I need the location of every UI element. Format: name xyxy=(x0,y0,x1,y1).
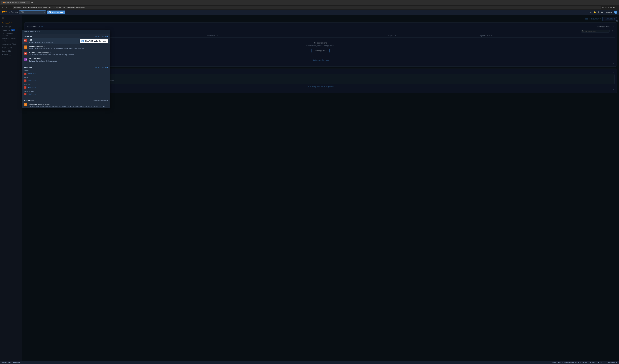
back-btn[interactable]: ← xyxy=(1,6,4,9)
feedback-btn[interactable]: Feedback xyxy=(13,362,20,363)
tab-favicon xyxy=(3,2,5,3)
search-results-label: Search results for 'IAM' xyxy=(24,31,40,33)
search-input[interactable] xyxy=(19,10,46,14)
services-section-title: Services xyxy=(24,35,32,37)
feature-groups-item[interactable]: I IAM feature xyxy=(24,72,108,75)
browser-chrome: Console Home | Console Ho... ✕ + xyxy=(0,0,619,5)
copyright-text: © 2024, Amazon Web Services, Inc. or its… xyxy=(552,362,588,363)
iam-service-info: IAM ☆ Manage access to AWS resources xyxy=(29,39,53,43)
app-mesh-name: AWS App Mesh xyxy=(29,58,41,60)
feature-policies-section: Policies I IAM feature xyxy=(22,83,110,89)
resources-section-title: Resources xyxy=(24,99,34,102)
topbar-right: ⌂ 🔔 ? ⚙ Stockholm U xyxy=(590,11,617,14)
ram-icon: RAM xyxy=(24,52,27,55)
features-section-title: Features xyxy=(24,66,32,68)
iam-identity-icon: IC xyxy=(24,45,27,49)
support-icon[interactable]: ? xyxy=(598,11,599,13)
ram-name: Resource Access Manager xyxy=(29,52,49,54)
feature-policies-icon: I xyxy=(24,86,27,89)
feature-policies-label: IAM feature xyxy=(28,86,36,88)
iam-star-icon[interactable]: ☆ xyxy=(32,39,34,41)
feature-roles-anywhere-section: Roles Anywhere I IAM feature xyxy=(22,89,110,96)
download-icon[interactable]: ↓ xyxy=(608,6,609,9)
step3-label: Click 'IAM' under Services. xyxy=(85,40,106,42)
see-all-services-link[interactable]: See all 11 results ▶ xyxy=(95,35,108,37)
bottom-bar: ⊟ CloudShell Feedback © 2024, Amazon Web… xyxy=(0,361,619,364)
iam-identity-star[interactable]: ☆ xyxy=(44,45,45,47)
introducing-resource-search-item[interactable]: R Introducing resource search Enable to … xyxy=(22,102,110,108)
step3-tooltip: 3 Click 'IAM' under Services. xyxy=(80,39,108,43)
forward-btn[interactable]: → xyxy=(5,6,8,9)
feature-groups-title: Groups xyxy=(24,70,108,71)
feature-roles-anywhere-item[interactable]: I IAM feature xyxy=(24,93,108,96)
step2-tooltip: 2 Search for 'IAM'. xyxy=(47,11,65,14)
url-text: eu-north-1.console.aws.amazon.com/consol… xyxy=(14,7,85,8)
iam-identity-center-item[interactable]: IC IAM Identity Center ☆ Manage workforc… xyxy=(22,44,110,51)
iam-identity-name: IAM Identity Center xyxy=(29,45,43,47)
tab-close-btn[interactable]: ✕ xyxy=(27,2,28,3)
feature-policies-title: Policies xyxy=(24,84,108,85)
aws-logo: AWS xyxy=(2,11,7,14)
menu-icon[interactable]: ⋮ xyxy=(616,6,618,9)
browser-nav: ← → ↻ eu-north-1.console.aws.amazon.com/… xyxy=(0,5,619,10)
step3-badge: 3 xyxy=(81,40,84,42)
search-clear-btn[interactable]: ✕ xyxy=(44,11,45,13)
cookie-link[interactable]: Cookie preferences xyxy=(604,362,618,363)
iam-service-item[interactable]: IAM IAM ☆ Manage access to AWS resources… xyxy=(22,38,110,44)
feature-roles-anywhere-icon: I xyxy=(24,93,27,95)
extensions-icon[interactable]: ⊡ xyxy=(602,6,604,9)
aws-topbar: AWS ⊞ Services ✕ 2 Search for 'IAM'. ⌂ 🔔… xyxy=(0,10,619,15)
notifications-icon[interactable]: 🔔 xyxy=(593,11,596,13)
split-icon[interactable]: ⊞ xyxy=(610,6,612,9)
resource-search-name: Introducing resource search xyxy=(29,103,105,105)
resource-search-info: Introducing resource search Enable to sh… xyxy=(29,103,105,107)
reload-btn[interactable]: ↻ xyxy=(9,6,12,9)
feature-roles-item[interactable]: I IAM feature xyxy=(24,79,108,82)
services-section-header: Services See all 11 results ▶ xyxy=(22,34,110,38)
feature-roles-anywhere-title: Roles Anywhere xyxy=(24,90,108,92)
iam-service-desc: Manage access to AWS resources xyxy=(29,41,53,43)
bookmark-icon[interactable]: ☆ xyxy=(605,6,607,9)
divider-1 xyxy=(22,64,110,64)
cloudshell-btn[interactable]: ⊟ CloudShell xyxy=(1,362,11,363)
feature-groups-label: IAM feature xyxy=(28,73,36,75)
ram-info: Resource Access Manager ☆ Share AWS reso… xyxy=(29,52,74,56)
feature-roles-label: IAM feature xyxy=(28,80,36,82)
divider-2 xyxy=(22,97,110,97)
iam-service-name: IAM xyxy=(29,39,32,41)
cloudshell-label: CloudShell xyxy=(3,362,11,363)
region-selector[interactable]: Stockholm xyxy=(605,11,612,13)
nav-icons: ⊡ ☆ ↓ ⊞ ◉ ⋮ xyxy=(602,6,618,9)
feature-policies-item[interactable]: I IAM feature xyxy=(24,86,108,89)
services-menu-btn[interactable]: ⊞ Services xyxy=(9,11,17,13)
services-label: Services xyxy=(11,11,17,13)
features-section-header: Features See all 21 results ▶ xyxy=(22,65,110,69)
ram-star[interactable]: ☆ xyxy=(50,52,51,54)
privacy-link[interactable]: Privacy xyxy=(590,362,595,363)
iam-identity-desc: Manage workforce user access to multiple… xyxy=(29,48,84,49)
step2-label: Search for 'IAM'. xyxy=(52,11,64,13)
profile-icon[interactable]: ◉ xyxy=(613,6,615,9)
user-icon[interactable]: U xyxy=(614,11,617,14)
iam-icon: IAM xyxy=(24,39,27,42)
browser-tab[interactable]: Console Home | Console Ho... ✕ xyxy=(1,1,30,4)
see-all-features-link[interactable]: See all 21 results ▶ xyxy=(95,66,108,68)
url-bar[interactable]: eu-north-1.console.aws.amazon.com/consol… xyxy=(13,6,601,9)
terminal-icon: ⊟ xyxy=(1,362,3,363)
feature-groups-icon: I xyxy=(24,73,27,75)
app-mesh-icon: AM xyxy=(24,58,27,61)
step2-badge: 2 xyxy=(48,11,51,13)
resource-search-desc: Enable to show cross-region resources fo… xyxy=(29,105,105,107)
app-mesh-info: AWS App Mesh ☆ Easily monitor and contro… xyxy=(29,58,57,62)
terms-link[interactable]: Terms xyxy=(598,362,602,363)
app-mesh-star[interactable]: ☆ xyxy=(41,58,43,60)
feature-roles-title: Roles xyxy=(24,77,108,78)
feature-roles-section: Roles I IAM feature xyxy=(22,76,110,83)
feature-roles-icon: I xyxy=(24,80,27,82)
new-tab-btn[interactable]: + xyxy=(31,1,33,4)
tab-label: Console Home | Console Ho... xyxy=(5,2,27,3)
app-mesh-item[interactable]: AM AWS App Mesh ☆ Easily monitor and con… xyxy=(22,57,110,63)
ram-service-item[interactable]: RAM Resource Access Manager ☆ Share AWS … xyxy=(22,51,110,57)
settings-icon[interactable]: ⚙ xyxy=(601,11,603,13)
console-home-icon[interactable]: ⌂ xyxy=(590,11,591,13)
